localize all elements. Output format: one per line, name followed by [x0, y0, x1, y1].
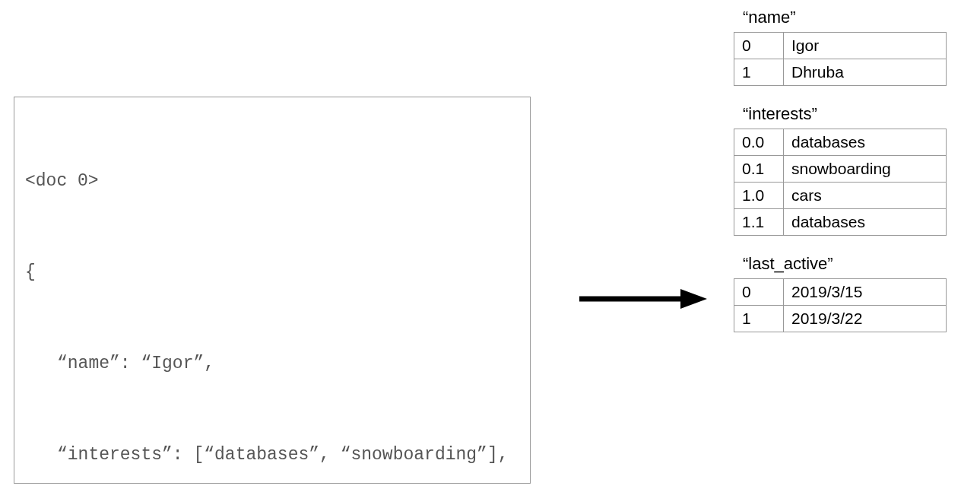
cell-index: 0.1: [734, 156, 784, 183]
table-row: 1.1 databases: [734, 209, 947, 236]
table-title-name: “name”: [743, 8, 962, 27]
code-line: {: [25, 257, 519, 287]
table-row: 0 2019/3/15: [734, 279, 947, 306]
source-documents-code: <doc 0> { “name”: “Igor”, “interests”: […: [14, 97, 531, 484]
table-name: 0 Igor 1 Dhruba: [734, 32, 947, 86]
cell-value: 2019/3/15: [784, 279, 947, 306]
cell-index: 1.1: [734, 209, 784, 236]
code-line: “interests”: [“databases”, “snowboarding…: [25, 440, 519, 470]
cell-index: 0: [734, 33, 784, 59]
cell-index: 0.0: [734, 129, 784, 156]
cell-index: 1.0: [734, 183, 784, 209]
table-row: 0 Igor: [734, 33, 947, 59]
table-title-last-active: “last_active”: [743, 254, 962, 274]
table-row: 0.1 snowboarding: [734, 156, 947, 183]
cell-value: Igor: [784, 33, 947, 59]
svg-marker-1: [680, 289, 707, 309]
code-line: <doc 0>: [25, 166, 519, 196]
table-interests: 0.0 databases 0.1 snowboarding 1.0 cars …: [734, 129, 947, 236]
table-row: 0.0 databases: [734, 129, 947, 156]
column-store-panel: “name” 0 Igor 1 Dhruba “interests” 0.0 d…: [734, 8, 962, 351]
cell-index: 0: [734, 279, 784, 306]
cell-value: databases: [784, 209, 947, 236]
table-title-interests: “interests”: [743, 104, 962, 124]
cell-value: databases: [784, 129, 947, 156]
table-row: 1 Dhruba: [734, 59, 947, 86]
table-row: 1 2019/3/22: [734, 306, 947, 332]
cell-value: Dhruba: [784, 59, 947, 86]
cell-index: 1: [734, 306, 784, 332]
cell-value: snowboarding: [784, 156, 947, 183]
table-row: 1.0 cars: [734, 183, 947, 209]
cell-value: cars: [784, 183, 947, 209]
code-line: “name”: “Igor”,: [25, 348, 519, 379]
arrow-right-icon: [578, 287, 707, 313]
cell-value: 2019/3/22: [784, 306, 947, 332]
cell-index: 1: [734, 59, 784, 86]
table-last-active: 0 2019/3/15 1 2019/3/22: [734, 278, 947, 332]
